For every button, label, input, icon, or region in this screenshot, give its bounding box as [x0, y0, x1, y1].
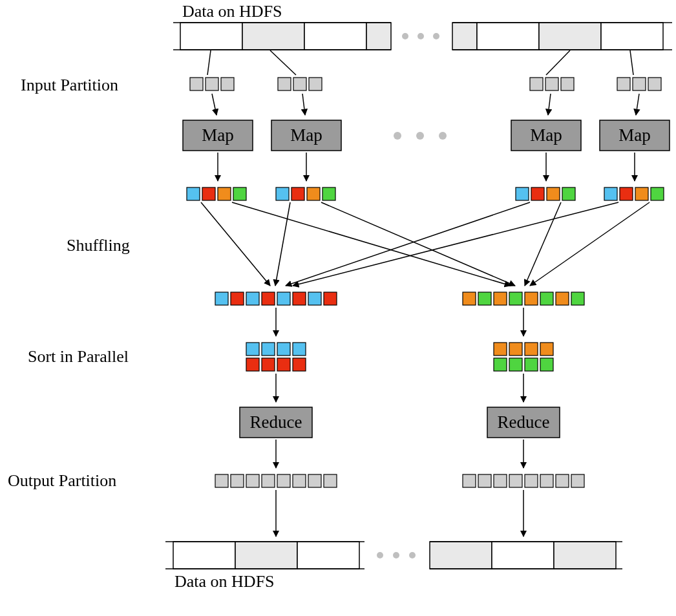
svg-rect-124: [556, 474, 569, 487]
svg-rect-100: [494, 358, 507, 371]
svg-rect-9: [452, 23, 477, 50]
svg-rect-123: [540, 474, 553, 487]
svg-line-66: [286, 202, 530, 286]
label-shuffling: Shuffling: [67, 236, 130, 255]
svg-rect-94: [277, 358, 290, 371]
svg-rect-129: [235, 542, 297, 569]
svg-rect-26: [545, 78, 558, 90]
svg-rect-24: [309, 78, 322, 90]
svg-rect-1: [242, 23, 304, 50]
sorted-right: [494, 343, 553, 371]
svg-rect-122: [525, 474, 538, 487]
svg-rect-48: [218, 187, 231, 200]
svg-point-7: [417, 33, 424, 39]
svg-rect-28: [617, 78, 630, 90]
svg-rect-71: [231, 292, 244, 305]
svg-rect-74: [277, 292, 290, 305]
svg-rect-93: [262, 358, 275, 371]
svg-rect-73: [262, 292, 275, 305]
svg-rect-50: [276, 187, 289, 200]
svg-rect-72: [246, 292, 259, 305]
svg-line-67: [525, 202, 561, 286]
svg-rect-79: [478, 292, 491, 305]
svg-rect-83: [540, 292, 553, 305]
title-top: Data on HDFS: [182, 2, 282, 21]
svg-point-133: [377, 552, 383, 558]
svg-rect-99: [540, 343, 553, 356]
svg-rect-138: [554, 542, 616, 569]
svg-line-69: [530, 202, 650, 286]
reduce-label-2: Reduce: [498, 412, 550, 432]
svg-rect-113: [262, 474, 275, 487]
map-tasks: Map Map Map Map: [183, 120, 670, 151]
svg-rect-55: [531, 187, 544, 200]
svg-rect-116: [308, 474, 321, 487]
svg-line-64: [275, 202, 290, 286]
svg-rect-137: [492, 542, 554, 569]
svg-rect-78: [463, 292, 476, 305]
svg-rect-101: [509, 358, 522, 371]
bottom-blocks-right: [430, 542, 622, 569]
svg-rect-81: [509, 292, 522, 305]
svg-rect-46: [187, 187, 200, 200]
svg-rect-114: [277, 474, 290, 487]
svg-rect-130: [297, 542, 359, 569]
svg-point-39: [394, 132, 401, 140]
svg-rect-12: [601, 23, 663, 50]
svg-line-17: [546, 50, 570, 75]
svg-rect-115: [293, 474, 306, 487]
svg-line-18: [630, 50, 633, 75]
svg-line-34: [636, 94, 639, 115]
svg-rect-75: [293, 292, 306, 305]
svg-rect-53: [322, 187, 335, 200]
top-blocks-left: [173, 23, 391, 50]
svg-rect-119: [478, 474, 491, 487]
shuffle-arrows: [201, 202, 650, 286]
svg-rect-95: [293, 358, 306, 371]
svg-rect-3: [366, 23, 391, 50]
svg-rect-125: [571, 474, 584, 487]
svg-point-134: [393, 552, 399, 558]
label-output-partition: Output Partition: [8, 471, 116, 490]
svg-rect-110: [215, 474, 228, 487]
svg-line-31: [212, 94, 217, 115]
svg-rect-19: [190, 78, 203, 90]
svg-rect-23: [293, 78, 306, 90]
svg-rect-97: [509, 343, 522, 356]
svg-rect-118: [463, 474, 476, 487]
svg-rect-2: [304, 23, 366, 50]
svg-rect-10: [477, 23, 539, 50]
svg-rect-27: [561, 78, 574, 90]
svg-rect-120: [494, 474, 507, 487]
svg-line-68: [293, 202, 618, 286]
reduce-label-1: Reduce: [250, 412, 302, 432]
svg-point-6: [402, 33, 408, 39]
svg-rect-49: [233, 187, 246, 200]
svg-rect-85: [571, 292, 584, 305]
svg-rect-128: [173, 542, 235, 569]
reduce-tasks: Reduce Reduce: [240, 407, 560, 438]
svg-rect-52: [307, 187, 320, 200]
svg-point-41: [439, 132, 447, 140]
svg-rect-103: [540, 358, 553, 371]
svg-rect-82: [525, 292, 538, 305]
svg-rect-61: [651, 187, 664, 200]
svg-rect-22: [278, 78, 291, 90]
shuffled-right: [463, 292, 584, 305]
svg-rect-77: [324, 292, 337, 305]
map-label-2: Map: [290, 125, 322, 145]
svg-point-135: [409, 552, 416, 558]
svg-rect-59: [620, 187, 633, 200]
svg-rect-112: [246, 474, 259, 487]
svg-rect-25: [530, 78, 543, 90]
svg-rect-0: [180, 23, 242, 50]
input-partition-group: [190, 78, 661, 90]
svg-rect-111: [231, 474, 244, 487]
label-sort: Sort in Parallel: [28, 347, 129, 366]
svg-line-63: [232, 202, 511, 286]
top-blocks-right: [452, 23, 672, 50]
svg-rect-102: [525, 358, 538, 371]
bottom-blocks-left: [165, 542, 364, 569]
svg-rect-121: [509, 474, 522, 487]
shuffled-left: [215, 292, 337, 305]
